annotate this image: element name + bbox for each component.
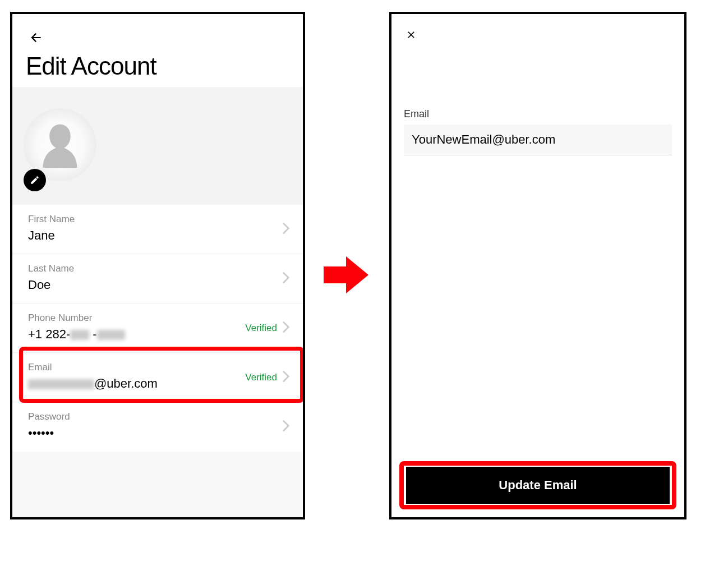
flow-arrow-icon: [321, 252, 371, 297]
redacted-segment: [70, 330, 89, 340]
back-button[interactable]: [28, 30, 44, 45]
close-icon: [406, 29, 417, 40]
password-value: ••••••: [28, 426, 287, 440]
page-title: Edit Account: [26, 52, 156, 80]
first-name-label: First Name: [28, 214, 287, 225]
email-input-label: Email: [404, 108, 672, 120]
empty-area: [12, 452, 303, 519]
update-email-button[interactable]: Update Email: [406, 467, 670, 504]
first-name-row[interactable]: First Name Jane: [12, 205, 303, 254]
email-input[interactable]: [404, 125, 672, 155]
password-row[interactable]: Password ••••••: [12, 402, 303, 452]
email-verified-badge: Verified: [245, 372, 277, 383]
redacted-segment: [97, 330, 125, 340]
avatar-section: [12, 87, 303, 205]
update-email-screen: Email Update Email: [389, 12, 686, 519]
email-edit-section: Email: [404, 108, 672, 155]
phone-verified-badge: Verified: [245, 323, 277, 334]
edit-account-screen: Edit Account First Name Jane Last Name D…: [10, 12, 305, 519]
first-name-value: Jane: [28, 228, 287, 243]
person-icon: [40, 122, 80, 168]
password-label: Password: [28, 411, 287, 422]
chevron-right-icon: [283, 371, 289, 384]
chevron-right-icon: [283, 272, 289, 286]
last-name-row[interactable]: Last Name Doe: [12, 254, 303, 304]
chevron-right-icon: [283, 420, 289, 434]
last-name-label: Last Name: [28, 263, 287, 274]
email-suffix: @uber.com: [94, 376, 158, 390]
last-name-value: Doe: [28, 278, 287, 292]
pencil-icon: [30, 175, 40, 185]
phone-row[interactable]: Phone Number +1 282- - Verified: [12, 304, 303, 353]
chevron-right-icon: [283, 321, 289, 335]
phone-dash: -: [89, 327, 96, 341]
arrow-left-icon: [29, 30, 43, 45]
close-button[interactable]: [404, 27, 418, 42]
fields-list: First Name Jane Last Name Doe Phone Numb…: [12, 205, 303, 452]
email-row[interactable]: Email @uber.com Verified: [12, 353, 303, 402]
redacted-segment: [28, 379, 94, 389]
edit-avatar-button[interactable]: [24, 169, 46, 191]
phone-prefix: +1 282-: [28, 327, 70, 341]
chevron-right-icon: [283, 223, 289, 236]
